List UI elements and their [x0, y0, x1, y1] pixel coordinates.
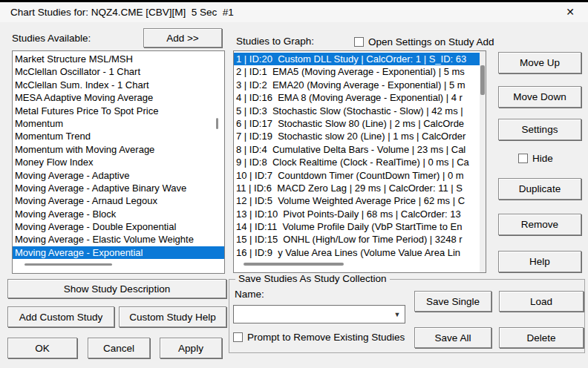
ok-button[interactable]: OK — [7, 338, 77, 358]
list-item[interactable]: Market Structure MSL/MSH — [13, 53, 224, 65]
list-item[interactable]: Moving Average - Double Exponential — [13, 220, 224, 233]
list-item[interactable]: Moving Average - Arnaud Legoux — [13, 194, 224, 207]
close-icon[interactable]: ✕ — [560, 2, 581, 22]
list-item[interactable]: Moving Average - Block — [13, 208, 224, 220]
checkbox-box — [354, 37, 364, 47]
list-item[interactable]: Moving Average - Exponential — [13, 246, 224, 259]
chevron-down-icon[interactable]: ▼ — [390, 306, 405, 323]
list-item[interactable]: 2 | ID:1 EMA5 (Moving Average - Exponent… — [234, 65, 486, 78]
window-title: Chart Studies for: NQZ4.CME [CBV][M] 5 S… — [10, 2, 234, 22]
checkbox-label: Prompt to Remove Existing Studies — [247, 332, 405, 343]
available-horizontal-scrollbar[interactable] — [24, 263, 112, 266]
settings-button[interactable]: Settings — [498, 119, 581, 140]
list-item[interactable]: Moving Average - Elastic Volume Weighte — [13, 233, 224, 246]
list-item[interactable]: 4 | ID:16 EMA 8 (Moving Average - Expone… — [234, 91, 486, 104]
apply-button[interactable]: Apply — [160, 338, 222, 358]
group-legend: Save Studies As Study Collection — [235, 273, 390, 284]
studies-available-list[interactable]: Market Structure MSL/MSHMcClellan Oscill… — [12, 50, 225, 274]
list-item[interactable]: 1 | ID:20 Custom DLL Study | CalcOrder: … — [234, 53, 486, 65]
help-button[interactable]: Help — [498, 251, 581, 272]
checkbox-label: Open Settings on Study Add — [368, 36, 494, 47]
add-custom-study-button[interactable]: Add Custom Study — [7, 306, 114, 327]
list-item[interactable]: 7 | ID:19 Stochastic slow 20 (Line) | 1 … — [234, 130, 486, 142]
list-item[interactable]: 16 | ID:9 y Value Area Lines (Volume Val… — [234, 246, 486, 259]
list-item[interactable]: Momentum — [13, 117, 224, 130]
show-study-description-button[interactable]: Show Study Description — [7, 279, 226, 298]
list-item[interactable]: 8 | ID:4 Cumulative Delta Bars - Volume … — [234, 143, 486, 156]
studies-to-graph-list[interactable]: 1 | ID:20 Custom DLL Study | CalcOrder: … — [233, 50, 486, 273]
list-item[interactable]: 12 | ID:5 Volume Weighted Average Price … — [234, 194, 486, 207]
list-item[interactable]: 5 | ID:3 Stochastic Slow (Stochastic - S… — [234, 105, 486, 117]
move-down-button[interactable]: Move Down — [498, 86, 581, 108]
available-vertical-scrollbar[interactable] — [216, 118, 218, 129]
list-item[interactable]: 6 | ID:17 Stochastic Slow 80 (Line) | 2 … — [234, 117, 486, 130]
duplicate-button[interactable]: Duplicate — [498, 178, 581, 200]
add-button[interactable]: Add >> — [143, 28, 222, 47]
remove-button[interactable]: Remove — [498, 214, 581, 235]
list-item[interactable]: 13 | ID:10 Pivot Points-Daily | 68 ms | … — [234, 208, 486, 220]
list-item[interactable]: 9 | ID:8 Clock Realtime (Clock - RealTim… — [234, 156, 486, 168]
studies-to-graph-label: Studies to Graph: — [236, 36, 314, 47]
list-item[interactable]: 3 | ID:2 EMA20 (Moving Average - Exponen… — [234, 79, 486, 91]
list-item[interactable]: Moving Average - Adaptive — [13, 169, 224, 182]
prompt-remove-checkbox[interactable]: Prompt to Remove Existing Studies — [233, 332, 405, 343]
save-single-button[interactable]: Save Single — [414, 291, 491, 312]
list-item[interactable]: 11 | ID:6 MACD Zero Lag | 29 ms | CalcOr… — [234, 182, 486, 194]
graph-horizontal-scrollbar[interactable] — [244, 263, 344, 266]
move-up-button[interactable]: Move Up — [498, 52, 581, 73]
list-item[interactable]: Moving Average - Adaptive Binary Wave — [13, 182, 224, 194]
cancel-button[interactable]: Cancel — [88, 338, 150, 358]
list-item[interactable]: MESA Adaptive Moving Average — [13, 91, 224, 104]
save-all-button[interactable]: Save All — [414, 327, 491, 348]
collection-name-input[interactable] — [234, 306, 390, 323]
list-item[interactable]: 14 | ID:11 Volume Profile Daily (VbP Sta… — [234, 220, 486, 233]
load-button[interactable]: Load — [499, 291, 584, 312]
studies-available-label: Studies Available: — [12, 33, 91, 44]
list-item[interactable]: 10 | ID:7 Countdown Timer (CountDown Tim… — [234, 169, 486, 182]
checkbox-label: Hide — [532, 153, 553, 164]
checkbox-box — [233, 332, 243, 342]
list-item[interactable]: Momentum with Moving Average — [13, 143, 224, 156]
list-item[interactable]: McClellan Oscillator - 1 Chart — [13, 65, 224, 78]
list-item[interactable]: McClellan Sum. Index - 1 Chart — [13, 79, 224, 91]
list-item[interactable]: Momentum Trend — [13, 130, 224, 142]
delete-button[interactable]: Delete — [499, 327, 584, 348]
list-item[interactable]: 15 | ID:15 ONHL (High/Low for Time Perio… — [234, 233, 486, 246]
name-label: Name: — [235, 289, 264, 300]
list-item[interactable]: Metal Futures Price To Spot Price — [13, 105, 224, 117]
open-settings-checkbox[interactable]: Open Settings on Study Add — [354, 36, 494, 47]
custom-study-help-button[interactable]: Custom Study Help — [119, 306, 226, 327]
hide-checkbox[interactable]: Hide — [518, 153, 553, 164]
checkbox-box — [518, 154, 528, 163]
titlebar: Chart Studies for: NQZ4.CME [CBV][M] 5 S… — [0, 2, 588, 22]
graph-vertical-scrollbar[interactable] — [480, 65, 485, 95]
list-item[interactable]: Money Flow Index — [13, 156, 224, 168]
collection-name-combobox[interactable]: ▼ — [233, 305, 405, 323]
